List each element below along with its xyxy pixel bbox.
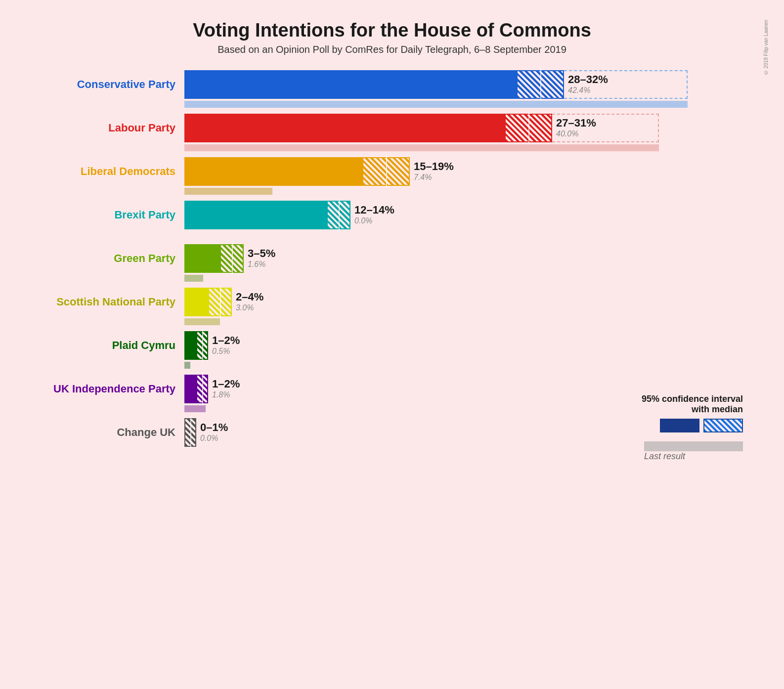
bar-wrapper: 12–14%0.0% [184, 201, 758, 229]
last-result-label: 42.4% [568, 86, 590, 95]
bar-row: Scottish National Party2–4%3.0% [26, 288, 758, 316]
bar-main [184, 70, 517, 99]
party-label: Plaid Cymru [26, 339, 184, 352]
last-result-label: 0.0% [354, 216, 372, 225]
bar-wrapper: 15–19%7.4% [184, 157, 758, 186]
last-result-label: 3.0% [236, 303, 254, 312]
bar-row: Brexit Party12–14%0.0% [26, 201, 758, 229]
bar-last-result [184, 405, 206, 412]
bar-section: 27–31%40.0% [184, 114, 758, 142]
bar-row: Plaid Cymru1–2%0.5% [26, 331, 758, 360]
bar-section: 15–19%7.4% [184, 157, 758, 186]
last-result-label: 1.8% [212, 390, 230, 399]
median-line [232, 242, 233, 275]
last-result-label: 0.5% [212, 347, 230, 356]
median-line [220, 286, 221, 318]
range-label: 0–1% [200, 421, 228, 434]
legend-area: 95% confidence interval with median Last… [642, 394, 743, 462]
bar-main [184, 288, 208, 316]
range-label: 28–32% [568, 73, 608, 86]
legend-last-bar [644, 441, 743, 451]
range-label: 2–4% [236, 291, 263, 303]
bar-last-result [184, 318, 220, 325]
range-label: 15–19% [414, 160, 454, 173]
legend-hatch-box [703, 419, 743, 432]
median-line [540, 68, 541, 101]
bar-row: Liberal Democrats15–19%7.4% [26, 157, 758, 186]
last-result-label: 7.4% [414, 173, 432, 182]
party-label: Conservative Party [26, 78, 184, 91]
bar-last-result [184, 275, 203, 282]
legend-solid-box [660, 419, 699, 432]
party-label: Brexit Party [26, 209, 184, 221]
range-label: 1–2% [212, 334, 240, 347]
bar-last-result [184, 362, 190, 369]
range-label: 3–5% [248, 247, 275, 260]
bar-section: 3–5%1.6% [184, 244, 758, 273]
range-label: 1–2% [212, 378, 240, 390]
legend-confidence-title: 95% confidence interval with median [642, 394, 743, 415]
bar-wrapper: 3–5%1.6% [184, 244, 758, 273]
bar-row: Labour Party27–31%40.0% [26, 114, 758, 142]
bar-row: Green Party3–5%1.6% [26, 244, 758, 273]
bar-last-result [184, 188, 272, 195]
bar-main [184, 244, 220, 273]
bar-main [184, 331, 196, 360]
party-label: UK Independence Party [26, 383, 184, 395]
range-label: 12–14% [354, 204, 394, 216]
chart-subtitle: Based on an Opinion Poll by ComRes for D… [26, 44, 758, 55]
bar-wrapper: 2–4%3.0% [184, 288, 758, 316]
median-line [339, 199, 340, 231]
copyright-text: © 2019 Filip van Laanen [763, 20, 769, 75]
chart-title: Voting Intentions for the House of Commo… [26, 20, 758, 41]
range-label: 27–31% [556, 117, 596, 129]
median-line [386, 155, 387, 188]
bar-last-result [184, 144, 659, 151]
bar-main [184, 375, 196, 403]
bar-section: 1–2%0.5% [184, 331, 758, 360]
median-line [528, 112, 529, 144]
party-label: Change UK [26, 426, 184, 439]
last-result-label: 0.0% [200, 434, 218, 443]
bar-main [184, 157, 362, 186]
last-result-label: 1.6% [248, 260, 265, 269]
legend-last-label: Last result [644, 451, 743, 462]
bar-wrapper: 28–32%42.4% [184, 70, 758, 99]
party-label: Scottish National Party [26, 296, 184, 308]
party-label: Green Party [26, 252, 184, 265]
bar-section: 28–32%42.4% [184, 70, 758, 99]
last-result-label: 40.0% [556, 129, 578, 138]
bar-main [184, 114, 505, 142]
bar-wrapper: 27–31%40.0% [184, 114, 758, 142]
bar-row: Conservative Party28–32%42.4% [26, 70, 758, 99]
party-label: Liberal Democrats [26, 165, 184, 178]
bar-last-result [184, 101, 688, 108]
bar-main [184, 201, 327, 229]
median-line [190, 416, 191, 449]
legend-confidence-items [660, 419, 743, 432]
median-line [202, 373, 203, 405]
party-label: Labour Party [26, 122, 184, 134]
chart-container: © 2019 Filip van Laanen Voting Intention… [11, 10, 773, 481]
median-line [202, 329, 203, 362]
bar-section: 2–4%3.0% [184, 288, 758, 316]
bar-wrapper: 1–2%0.5% [184, 331, 758, 360]
bar-section: 12–14%0.0% [184, 201, 758, 229]
